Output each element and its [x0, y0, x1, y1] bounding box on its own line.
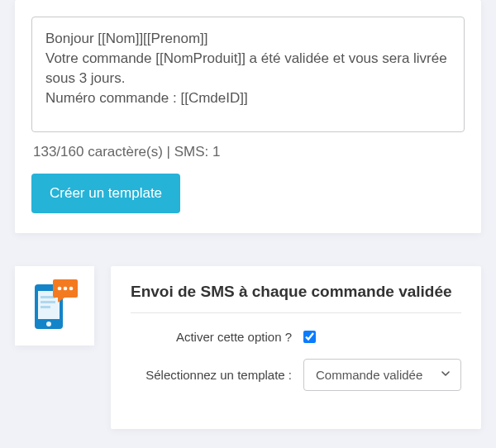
sms-settings-card: Envoi de SMS à chaque commande validée A…: [111, 266, 481, 429]
sms-template-editor-card: 133/160 caractère(s) | SMS: 1 Créer un t…: [15, 0, 481, 233]
svg-rect-4: [41, 301, 55, 303]
sms-phone-icon: [26, 276, 83, 336]
enable-option-label: Activer cette option ?: [131, 330, 292, 344]
svg-point-7: [58, 287, 62, 291]
char-counter: 133/160 caractère(s) | SMS: 1: [33, 144, 465, 160]
sms-settings-row: Envoi de SMS à chaque commande validée A…: [0, 266, 496, 429]
template-select-row: Sélectionnez un template : Commande vali…: [131, 359, 461, 391]
template-select[interactable]: Commande validée: [303, 359, 461, 391]
create-template-button[interactable]: Créer un template: [31, 174, 180, 213]
svg-point-8: [64, 287, 68, 291]
template-select-wrap: Commande validée: [303, 359, 461, 391]
template-select-label: Sélectionnez un template :: [131, 368, 292, 382]
svg-rect-5: [41, 306, 50, 308]
svg-point-9: [69, 287, 74, 291]
settings-title: Envoi de SMS à chaque commande validée: [131, 283, 461, 313]
sms-template-textarea[interactable]: [31, 17, 465, 132]
sms-phone-icon-tile: [15, 266, 94, 346]
enable-option-row: Activer cette option ?: [131, 330, 461, 344]
enable-option-checkbox[interactable]: [303, 331, 316, 343]
svg-point-2: [46, 322, 51, 326]
